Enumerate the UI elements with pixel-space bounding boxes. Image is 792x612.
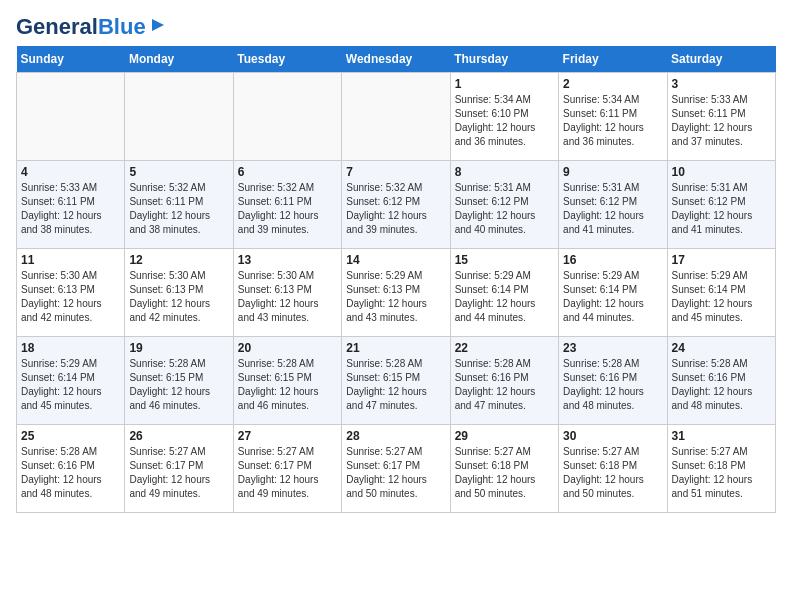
day-number: 29 <box>455 429 554 443</box>
day-number: 24 <box>672 341 771 355</box>
calendar-week-2: 4Sunrise: 5:33 AM Sunset: 6:11 PM Daylig… <box>17 161 776 249</box>
day-info: Sunrise: 5:29 AM Sunset: 6:14 PM Dayligh… <box>455 269 554 325</box>
day-info: Sunrise: 5:28 AM Sunset: 6:16 PM Dayligh… <box>455 357 554 413</box>
day-number: 23 <box>563 341 662 355</box>
calendar-cell: 18Sunrise: 5:29 AM Sunset: 6:14 PM Dayli… <box>17 337 125 425</box>
calendar-cell: 15Sunrise: 5:29 AM Sunset: 6:14 PM Dayli… <box>450 249 558 337</box>
calendar-cell <box>233 73 341 161</box>
calendar-cell: 10Sunrise: 5:31 AM Sunset: 6:12 PM Dayli… <box>667 161 775 249</box>
calendar-cell: 3Sunrise: 5:33 AM Sunset: 6:11 PM Daylig… <box>667 73 775 161</box>
calendar-cell <box>17 73 125 161</box>
day-number: 1 <box>455 77 554 91</box>
weekday-header-friday: Friday <box>559 46 667 73</box>
day-number: 16 <box>563 253 662 267</box>
day-number: 20 <box>238 341 337 355</box>
day-info: Sunrise: 5:31 AM Sunset: 6:12 PM Dayligh… <box>563 181 662 237</box>
calendar-cell: 2Sunrise: 5:34 AM Sunset: 6:11 PM Daylig… <box>559 73 667 161</box>
weekday-header-row: SundayMondayTuesdayWednesdayThursdayFrid… <box>17 46 776 73</box>
day-number: 4 <box>21 165 120 179</box>
day-info: Sunrise: 5:28 AM Sunset: 6:15 PM Dayligh… <box>129 357 228 413</box>
day-number: 21 <box>346 341 445 355</box>
day-number: 11 <box>21 253 120 267</box>
day-info: Sunrise: 5:27 AM Sunset: 6:17 PM Dayligh… <box>346 445 445 501</box>
calendar-cell <box>342 73 450 161</box>
calendar-week-4: 18Sunrise: 5:29 AM Sunset: 6:14 PM Dayli… <box>17 337 776 425</box>
weekday-header-saturday: Saturday <box>667 46 775 73</box>
day-info: Sunrise: 5:33 AM Sunset: 6:11 PM Dayligh… <box>21 181 120 237</box>
calendar-cell: 22Sunrise: 5:28 AM Sunset: 6:16 PM Dayli… <box>450 337 558 425</box>
calendar-cell: 7Sunrise: 5:32 AM Sunset: 6:12 PM Daylig… <box>342 161 450 249</box>
day-info: Sunrise: 5:32 AM Sunset: 6:11 PM Dayligh… <box>238 181 337 237</box>
day-number: 28 <box>346 429 445 443</box>
day-number: 10 <box>672 165 771 179</box>
weekday-header-sunday: Sunday <box>17 46 125 73</box>
calendar-cell: 27Sunrise: 5:27 AM Sunset: 6:17 PM Dayli… <box>233 425 341 513</box>
day-info: Sunrise: 5:27 AM Sunset: 6:18 PM Dayligh… <box>672 445 771 501</box>
day-number: 18 <box>21 341 120 355</box>
day-info: Sunrise: 5:30 AM Sunset: 6:13 PM Dayligh… <box>21 269 120 325</box>
calendar-cell: 19Sunrise: 5:28 AM Sunset: 6:15 PM Dayli… <box>125 337 233 425</box>
calendar-cell: 5Sunrise: 5:32 AM Sunset: 6:11 PM Daylig… <box>125 161 233 249</box>
day-info: Sunrise: 5:28 AM Sunset: 6:15 PM Dayligh… <box>346 357 445 413</box>
calendar-cell: 1Sunrise: 5:34 AM Sunset: 6:10 PM Daylig… <box>450 73 558 161</box>
calendar-cell <box>125 73 233 161</box>
day-number: 6 <box>238 165 337 179</box>
calendar-cell: 14Sunrise: 5:29 AM Sunset: 6:13 PM Dayli… <box>342 249 450 337</box>
weekday-header-tuesday: Tuesday <box>233 46 341 73</box>
svg-marker-0 <box>152 19 164 31</box>
calendar-cell: 28Sunrise: 5:27 AM Sunset: 6:17 PM Dayli… <box>342 425 450 513</box>
day-info: Sunrise: 5:28 AM Sunset: 6:16 PM Dayligh… <box>672 357 771 413</box>
calendar-cell: 25Sunrise: 5:28 AM Sunset: 6:16 PM Dayli… <box>17 425 125 513</box>
day-number: 9 <box>563 165 662 179</box>
day-info: Sunrise: 5:34 AM Sunset: 6:10 PM Dayligh… <box>455 93 554 149</box>
day-number: 17 <box>672 253 771 267</box>
calendar-cell: 26Sunrise: 5:27 AM Sunset: 6:17 PM Dayli… <box>125 425 233 513</box>
calendar-week-3: 11Sunrise: 5:30 AM Sunset: 6:13 PM Dayli… <box>17 249 776 337</box>
calendar-cell: 13Sunrise: 5:30 AM Sunset: 6:13 PM Dayli… <box>233 249 341 337</box>
logo: GeneralBlue <box>16 16 168 38</box>
calendar-cell: 17Sunrise: 5:29 AM Sunset: 6:14 PM Dayli… <box>667 249 775 337</box>
logo-text: GeneralBlue <box>16 16 146 38</box>
day-info: Sunrise: 5:27 AM Sunset: 6:17 PM Dayligh… <box>129 445 228 501</box>
day-number: 3 <box>672 77 771 91</box>
calendar-cell: 11Sunrise: 5:30 AM Sunset: 6:13 PM Dayli… <box>17 249 125 337</box>
day-number: 13 <box>238 253 337 267</box>
calendar-cell: 21Sunrise: 5:28 AM Sunset: 6:15 PM Dayli… <box>342 337 450 425</box>
calendar-cell: 9Sunrise: 5:31 AM Sunset: 6:12 PM Daylig… <box>559 161 667 249</box>
day-number: 19 <box>129 341 228 355</box>
calendar-cell: 6Sunrise: 5:32 AM Sunset: 6:11 PM Daylig… <box>233 161 341 249</box>
day-info: Sunrise: 5:29 AM Sunset: 6:13 PM Dayligh… <box>346 269 445 325</box>
calendar-cell: 24Sunrise: 5:28 AM Sunset: 6:16 PM Dayli… <box>667 337 775 425</box>
day-number: 15 <box>455 253 554 267</box>
day-number: 5 <box>129 165 228 179</box>
calendar-cell: 20Sunrise: 5:28 AM Sunset: 6:15 PM Dayli… <box>233 337 341 425</box>
day-info: Sunrise: 5:29 AM Sunset: 6:14 PM Dayligh… <box>672 269 771 325</box>
day-info: Sunrise: 5:31 AM Sunset: 6:12 PM Dayligh… <box>455 181 554 237</box>
day-number: 2 <box>563 77 662 91</box>
day-number: 14 <box>346 253 445 267</box>
day-info: Sunrise: 5:33 AM Sunset: 6:11 PM Dayligh… <box>672 93 771 149</box>
day-info: Sunrise: 5:34 AM Sunset: 6:11 PM Dayligh… <box>563 93 662 149</box>
day-number: 8 <box>455 165 554 179</box>
calendar-header: SundayMondayTuesdayWednesdayThursdayFrid… <box>17 46 776 73</box>
day-info: Sunrise: 5:32 AM Sunset: 6:12 PM Dayligh… <box>346 181 445 237</box>
day-number: 30 <box>563 429 662 443</box>
calendar-week-5: 25Sunrise: 5:28 AM Sunset: 6:16 PM Dayli… <box>17 425 776 513</box>
day-number: 12 <box>129 253 228 267</box>
calendar-cell: 31Sunrise: 5:27 AM Sunset: 6:18 PM Dayli… <box>667 425 775 513</box>
day-number: 27 <box>238 429 337 443</box>
day-info: Sunrise: 5:28 AM Sunset: 6:15 PM Dayligh… <box>238 357 337 413</box>
day-number: 22 <box>455 341 554 355</box>
calendar-week-1: 1Sunrise: 5:34 AM Sunset: 6:10 PM Daylig… <box>17 73 776 161</box>
page-header: GeneralBlue <box>16 16 776 38</box>
day-info: Sunrise: 5:28 AM Sunset: 6:16 PM Dayligh… <box>21 445 120 501</box>
calendar-body: 1Sunrise: 5:34 AM Sunset: 6:10 PM Daylig… <box>17 73 776 513</box>
day-info: Sunrise: 5:27 AM Sunset: 6:18 PM Dayligh… <box>563 445 662 501</box>
calendar-cell: 30Sunrise: 5:27 AM Sunset: 6:18 PM Dayli… <box>559 425 667 513</box>
calendar-cell: 8Sunrise: 5:31 AM Sunset: 6:12 PM Daylig… <box>450 161 558 249</box>
weekday-header-thursday: Thursday <box>450 46 558 73</box>
day-info: Sunrise: 5:29 AM Sunset: 6:14 PM Dayligh… <box>563 269 662 325</box>
day-info: Sunrise: 5:27 AM Sunset: 6:18 PM Dayligh… <box>455 445 554 501</box>
calendar-cell: 4Sunrise: 5:33 AM Sunset: 6:11 PM Daylig… <box>17 161 125 249</box>
day-number: 31 <box>672 429 771 443</box>
